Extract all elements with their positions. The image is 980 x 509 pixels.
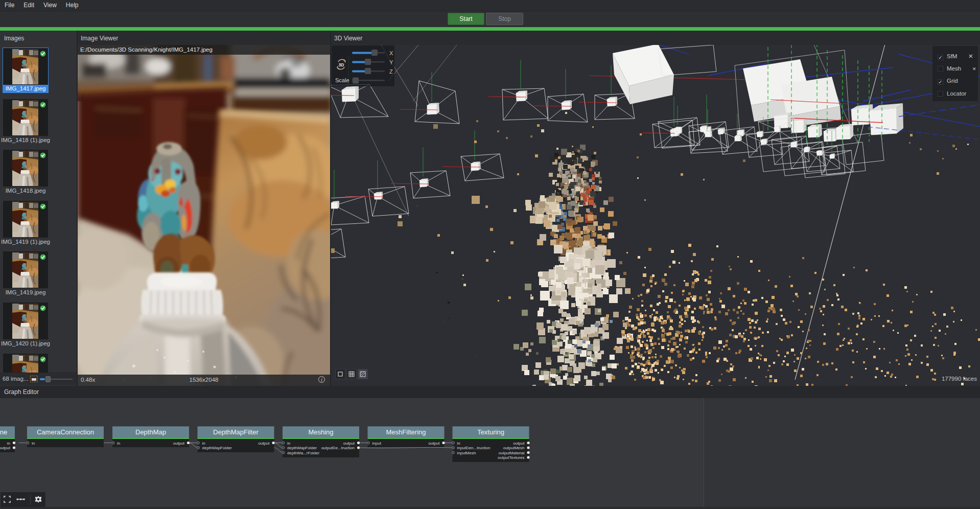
svg-text:output: output (173, 441, 185, 446)
svg-text:depthMa...rFolder: depthMa...rFolder (287, 451, 319, 455)
svg-text:in: in (287, 441, 290, 446)
svg-text:outputMaterial: outputMaterial (499, 451, 525, 455)
svg-text:PrepareDenseScene: PrepareDenseScene (0, 428, 7, 436)
svg-text:Texturing: Texturing (477, 428, 504, 436)
svg-text:output: output (343, 441, 355, 446)
svg-text:in: in (117, 441, 120, 446)
svg-text:output: output (428, 441, 440, 446)
svg-text:depthMapFolder: depthMapFolder (202, 446, 232, 450)
svg-text:input: input (372, 441, 382, 446)
svg-text:Z: Z (389, 68, 393, 75)
svg-text:MeshFiltering: MeshFiltering (386, 428, 426, 436)
svg-text:in: in (32, 441, 35, 446)
svg-text:inputDen...truction: inputDen...truction (457, 446, 491, 450)
svg-text:outputMesh: outputMesh (503, 446, 525, 450)
svg-text:Meshing: Meshing (308, 428, 333, 436)
svg-text:outputDe...truction: outputDe...truction (321, 446, 355, 450)
svg-text:inputMesh: inputMesh (457, 451, 476, 455)
svg-text:DepthMapFilter: DepthMapFilter (213, 428, 259, 436)
svg-text:Scale: Scale (335, 77, 349, 83)
svg-text:DepthMap: DepthMap (135, 428, 166, 436)
svg-text:CameraConnection: CameraConnection (37, 428, 94, 436)
svg-text:in: in (202, 441, 205, 446)
svg-text:outputTextures: outputTextures (498, 455, 524, 460)
svg-text:in: in (7, 441, 10, 446)
svg-text:output: output (0, 446, 11, 450)
svg-text:Y: Y (389, 59, 393, 65)
svg-text:in: in (457, 441, 460, 446)
svg-text:X: X (389, 50, 393, 56)
svg-text:output: output (513, 441, 525, 446)
svg-text:depthMapFolder: depthMapFolder (287, 446, 317, 450)
svg-text:output: output (258, 441, 270, 446)
